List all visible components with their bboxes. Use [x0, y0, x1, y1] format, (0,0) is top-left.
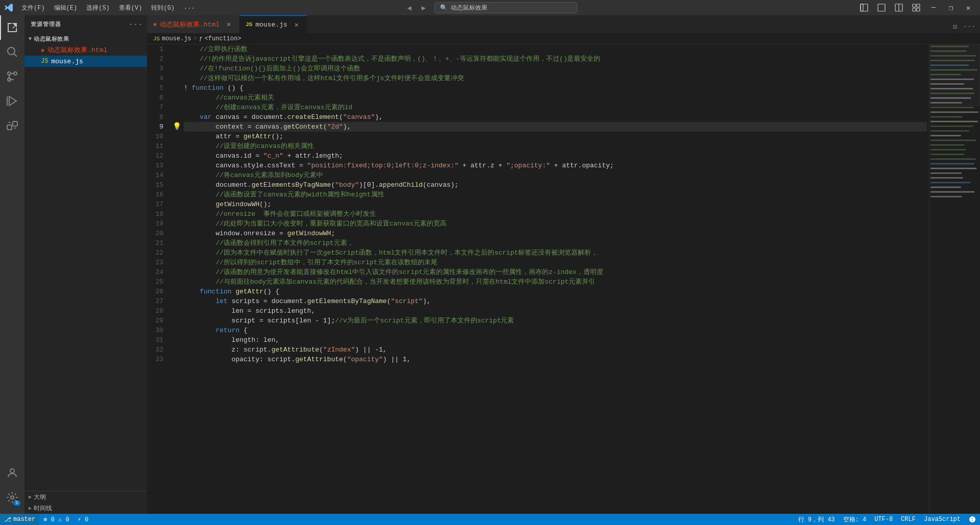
line-number-12: 12: [147, 151, 167, 161]
statusbar-left: ⎇ master ⊗ 0 ⚠ 0 ⚡ 0: [0, 514, 92, 525]
code-token: (canvas);: [423, 180, 458, 190]
code-token: ): [355, 345, 359, 355]
title-search-bar[interactable]: 🔍 动态鼠标效果: [434, 2, 577, 13]
search-icon: 🔍: [440, 4, 448, 12]
menu-view[interactable]: 查看(V): [115, 3, 146, 13]
svg-rect-5: [913, 4, 916, 7]
layout3-btn[interactable]: [909, 2, 924, 13]
gutter-line-32: [173, 345, 182, 355]
breadcrumb-func[interactable]: <function>: [205, 35, 241, 42]
layout1-btn[interactable]: [874, 2, 889, 13]
line-number-33: 33: [147, 355, 167, 364]
gutter-line-19: [173, 219, 182, 229]
tab-icon-html: ◈: [153, 20, 157, 28]
split-editor-btn[interactable]: ⊡: [948, 20, 962, 33]
activity-source-control[interactable]: [0, 64, 24, 89]
line-number-18: 18: [147, 209, 167, 219]
outline-section[interactable]: ▶ 大纲: [24, 491, 147, 503]
tab-close-js[interactable]: ✕: [292, 20, 301, 29]
tab-js[interactable]: JS mouse.js ✕: [239, 15, 307, 33]
gutter-line-11: [173, 141, 182, 151]
code-token: return: [215, 326, 239, 335]
statusbar-git[interactable]: ⎇ master: [0, 514, 39, 525]
restore-btn[interactable]: ❐: [943, 2, 959, 13]
code-token: !: [184, 83, 192, 93]
activity-search[interactable]: [0, 40, 24, 64]
menu-edit[interactable]: 编辑(E): [50, 3, 82, 13]
menu-selection[interactable]: 选择(S): [82, 3, 114, 13]
sidebar-more-btn[interactable]: ···: [131, 19, 141, 30]
line-number-10: 10: [147, 132, 167, 141]
activity-run[interactable]: [0, 89, 24, 113]
menu-file[interactable]: 文件(F): [17, 3, 49, 13]
gutter-line-31: [173, 335, 182, 345]
statusbar-row-col[interactable]: 行 9，列 43: [794, 514, 839, 525]
code-line-23: //所以得到的script数组中，引用了本文件的script元素在该数组的末尾: [184, 258, 927, 267]
close-btn[interactable]: ✕: [961, 2, 976, 13]
code-line-4: //这样做可以模仿一个私有作用域，这样html文件引用多个js文件时便不会造成变…: [184, 73, 927, 83]
gutter-line-16: [173, 190, 182, 199]
svg-point-12: [14, 72, 17, 75]
code-token: () {: [263, 287, 279, 296]
minimap[interactable]: [929, 44, 980, 514]
code-content[interactable]: //立即执行函数 //!的作用是告诉javascript引擎这是一个函数表达式，…: [182, 44, 929, 514]
statusbar-feedback[interactable]: [965, 514, 980, 525]
minimize-btn[interactable]: ─: [926, 2, 941, 13]
code-token: //立即执行函数: [184, 44, 248, 54]
code-token: //设置创建的canvas的相关属性: [184, 141, 314, 151]
menu-goto[interactable]: 转到(G): [147, 3, 179, 13]
code-token: appendChild: [379, 180, 423, 190]
svg-rect-0: [861, 4, 863, 11]
folder-row-main[interactable]: ▼ 动态鼠标效果: [24, 33, 147, 44]
file-row-js[interactable]: JS mouse.js: [24, 56, 147, 67]
tab-html[interactable]: ◈ 动态鼠标效果.html ✕: [147, 15, 239, 33]
code-token: scripts = document.: [228, 296, 307, 306]
line-number-1: 1: [147, 44, 167, 54]
statusbar-encoding[interactable]: UTF-8: [870, 514, 897, 525]
svg-point-19: [10, 469, 14, 473]
activity-explorer[interactable]: [0, 15, 24, 40]
activity-settings[interactable]: 1: [0, 485, 24, 510]
folder-name-label: 动态鼠标效果: [34, 35, 69, 43]
code-token: //canvas元素相关: [184, 93, 274, 103]
svg-rect-8: [917, 8, 920, 11]
line-number-32: 32: [147, 345, 167, 355]
menu-more[interactable]: ...: [180, 3, 199, 13]
layout2-btn[interactable]: [891, 2, 906, 13]
gutter-line-14: [173, 170, 182, 180]
code-token: canvas.id =: [184, 151, 263, 161]
code-token: + attr.z +: [458, 161, 506, 170]
breadcrumb-file[interactable]: mouse.js: [162, 35, 191, 42]
gutter-line-3: [173, 64, 182, 73]
activity-extensions[interactable]: [0, 113, 24, 138]
gutter-line-30: [173, 326, 182, 335]
tab-close-html[interactable]: ✕: [225, 20, 233, 29]
sidebar-bottom: ▶ 大纲 ▶ 时间线: [24, 491, 147, 514]
statusbar-language[interactable]: JavaScript: [920, 514, 965, 525]
line-number-26: 26: [147, 287, 167, 296]
file-name-html: 动态鼠标效果.html: [47, 45, 107, 55]
code-token: getElementsByTagName: [252, 180, 331, 190]
nav-back-btn[interactable]: ◀: [403, 2, 416, 13]
activity-account[interactable]: [0, 461, 24, 485]
timeline-section[interactable]: ▶ 时间线: [24, 503, 147, 514]
code-token: //创建canvas元素，并设置canvas元素的id: [184, 103, 352, 112]
line-numbers: 1234567891011121314151617181920212223242…: [147, 44, 173, 514]
file-row-html[interactable]: ◈ 动态鼠标效果.html: [24, 44, 147, 56]
code-line-15: document.getElementsByTagName("body")[0]…: [184, 180, 927, 190]
statusbar-line-ending[interactable]: CRLF: [897, 514, 920, 525]
statusbar-errors[interactable]: ⊗ 0 ⚠ 0: [39, 514, 73, 525]
nav-forward-btn[interactable]: ▶: [417, 2, 430, 13]
svg-rect-2: [878, 4, 885, 11]
code-token: //此处即为当窗口大小改变时，重新获取窗口的宽高和设置canvas元素的宽高: [184, 219, 447, 229]
statusbar-spaces[interactable]: 空格: 4: [839, 514, 871, 525]
toggle-sidebar-btn[interactable]: [856, 2, 872, 13]
code-token: //该函数设置了canvas元素的width属性和height属性: [184, 190, 384, 199]
code-line-26: function getAttr() {: [184, 287, 927, 296]
code-line-9: context = canvas.getContext("2d"),: [184, 122, 927, 132]
timeline-label: 时间线: [34, 504, 52, 513]
statusbar-warnings[interactable]: ⚡ 0: [74, 514, 93, 525]
line-number-21: 21: [147, 238, 167, 248]
more-tabs-btn[interactable]: ···: [963, 20, 976, 33]
timeline-chevron-icon: ▶: [29, 505, 32, 511]
